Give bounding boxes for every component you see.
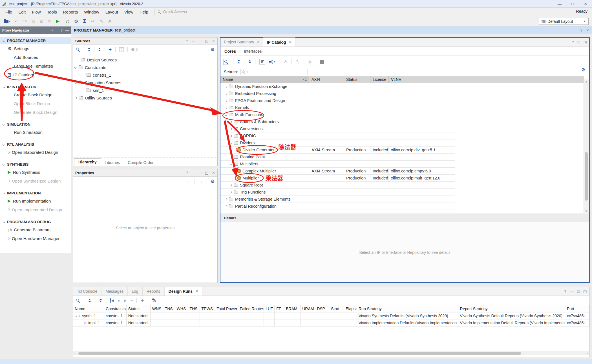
sidebar-item-add-sources[interactable]: Add Sources (0, 53, 71, 62)
license-key-icon[interactable] (295, 60, 300, 64)
catalog-row-divider-generator[interactable]: Divider GeneratorAXI4-StreamProductionIn… (220, 147, 455, 154)
sidebar-item-open-elaborated-design[interactable]: Open Elaborated Design (0, 148, 71, 157)
column-name[interactable]: Name∧1 (220, 76, 309, 83)
hierarchy-view-button[interactable]: ▾ (269, 60, 275, 64)
menu-window[interactable]: Window (81, 10, 102, 14)
catalog-row[interactable]: Embedded Processing (220, 90, 455, 97)
sidebar-item-create-block-design[interactable]: Create Block Design (0, 90, 71, 99)
tree-row-utility-sources[interactable]: Utility Sources (73, 94, 217, 102)
tab-compile-order[interactable]: Compile Order (124, 159, 157, 166)
minimize-icon[interactable]: — (192, 171, 195, 175)
scroll-down-icon[interactable]: ∨ (584, 209, 589, 212)
gear-icon[interactable]: ⚙ (581, 67, 585, 72)
float-icon[interactable]: ◳ (205, 39, 208, 43)
column-total-power[interactable]: Total Power (215, 305, 238, 312)
section-ip-integrator[interactable]: IP INTEGRATOR (0, 83, 71, 90)
close-icon[interactable]: ✕ (586, 28, 589, 32)
forward-arrow-icon[interactable]: → (198, 179, 203, 184)
tree-row-design-sources[interactable]: Design Sources (73, 56, 217, 64)
column-status[interactable]: Status (344, 76, 370, 83)
float-icon[interactable]: ◳ (205, 171, 208, 175)
float-icon[interactable]: ◳ (583, 289, 587, 294)
scroll-thumb[interactable] (585, 152, 588, 201)
sidebar-item-generate-bitstream[interactable]: ↓0110Generate Bitstream (0, 225, 71, 234)
section-implementation[interactable]: IMPLEMENTATION (0, 189, 71, 197)
column-failed-routes[interactable]: Failed Routes (238, 305, 264, 312)
ip-chip-icon[interactable] (308, 60, 312, 64)
expand-icon[interactable]: ↕ (56, 28, 58, 32)
column-part[interactable]: Part (565, 305, 589, 312)
column-name[interactable]: Name (73, 305, 104, 312)
tree-row-sim-1[interactable]: sim_1 (73, 86, 217, 94)
undo-button[interactable]: ↶ (15, 19, 18, 24)
back-arrow-icon[interactable]: ← (186, 179, 191, 184)
help-icon[interactable]: ? (580, 28, 582, 32)
scroll-thumb[interactable] (78, 352, 521, 355)
tree-row-constrs-1[interactable]: constrs_1 (73, 71, 217, 79)
next-runs-icon[interactable]: » (131, 298, 132, 303)
column-elapsed[interactable]: Elapsed (344, 305, 357, 312)
tab-tcl-console[interactable]: Tcl Console (73, 287, 101, 296)
menu-view[interactable]: View (121, 10, 136, 14)
section-synthesis[interactable]: SYNTHESIS (0, 161, 71, 168)
scroll-up-icon[interactable]: ∧ (584, 80, 589, 83)
maximize-button[interactable]: □ (566, 0, 579, 8)
expand-all-icon[interactable] (98, 48, 101, 51)
menu-help[interactable]: Help (136, 10, 151, 14)
run-button[interactable]: ▾ (56, 20, 61, 23)
tab-log[interactable]: Log (128, 287, 142, 296)
close-icon[interactable]: ✕ (212, 171, 215, 175)
quick-access-search[interactable]: Quick Access (157, 9, 200, 15)
previous-runs-icon[interactable]: « (118, 298, 120, 303)
column-status[interactable]: Status (127, 305, 151, 312)
search-toggle-button[interactable] (223, 59, 229, 65)
catalog-row[interactable]: Conversions (220, 125, 455, 132)
column-bram[interactable]: BRAM (284, 305, 301, 312)
maximize-icon[interactable]: □ (199, 171, 201, 175)
play-run-icon[interactable]: ▶ (124, 298, 127, 303)
menu-file[interactable]: File (2, 10, 15, 14)
help-icon[interactable]: ? (186, 171, 188, 175)
catalog-row[interactable]: Memories & Storage Elements (220, 196, 455, 203)
catalog-row[interactable]: Partial Reconfiguration (220, 203, 455, 210)
help-icon[interactable]: ? (564, 289, 566, 294)
minimize-panel-icon[interactable]: — (65, 28, 69, 32)
maximize-icon[interactable]: □ (199, 39, 201, 43)
section-project-manager[interactable]: PROJECT MANAGER (0, 37, 71, 44)
delete-button[interactable]: ✕ (47, 19, 51, 24)
help-icon[interactable]: ? (572, 40, 574, 44)
run-row-synth-1[interactable]: ▷synth_1 constrs_1 Not started Vivado Sy… (73, 312, 589, 319)
redo-button[interactable]: ↷ (23, 19, 27, 24)
details-header[interactable]: Details (220, 214, 589, 222)
catalog-row[interactable]: FPGA Features and Design (220, 97, 455, 104)
help-icon[interactable]: ? (61, 28, 63, 32)
column-lut[interactable]: LUT (264, 305, 275, 312)
sources-panel-header[interactable]: Sources ? — □ ◳ ✕ (73, 37, 217, 45)
expand-all-icon[interactable] (99, 299, 102, 302)
menu-edit[interactable]: Edit (15, 10, 29, 14)
maximize-icon[interactable]: □ (578, 40, 580, 44)
sidebar-item-settings[interactable]: ⚙Settings (0, 44, 71, 53)
copy-button[interactable]: ⧉ (32, 19, 35, 24)
sidebar-item-run-synthesis[interactable]: Run Synthesis (0, 168, 71, 177)
collapse-all-icon[interactable] (88, 299, 91, 302)
open-project-button[interactable]: ▾ (4, 20, 10, 23)
minimize-icon[interactable]: — (570, 289, 574, 294)
help-toggle-icon[interactable]: ? (119, 47, 124, 52)
close-icon[interactable]: ✕ (257, 40, 260, 44)
help-icon[interactable]: ? (186, 39, 188, 43)
scroll-right-icon[interactable]: › (587, 351, 588, 356)
catalog-row-complex-multiplier[interactable]: Complex MultiplierAXI4-StreamProductionI… (220, 168, 455, 175)
percent-icon[interactable]: % (152, 298, 156, 303)
edit-button[interactable]: ✎ (100, 19, 103, 24)
column-constraints[interactable]: Constraints (104, 305, 127, 312)
catalog-row-math-functions[interactable]: Math Functions (220, 111, 455, 118)
menu-reports[interactable]: Reports (60, 10, 81, 14)
column-ths[interactable]: THS (188, 305, 200, 312)
search-input[interactable]: ▾ (240, 69, 308, 75)
abort-button[interactable]: ✗ (108, 19, 112, 24)
sidebar-item-open-hardware-manager[interactable]: Open Hardware Manager (0, 234, 71, 243)
menu-tools[interactable]: Tools (44, 10, 60, 14)
properties-panel-header[interactable]: Properties ? — □ ◳ ✕ (73, 169, 217, 177)
tab-ip-catalog[interactable]: IP Catalog✕ (263, 37, 295, 46)
